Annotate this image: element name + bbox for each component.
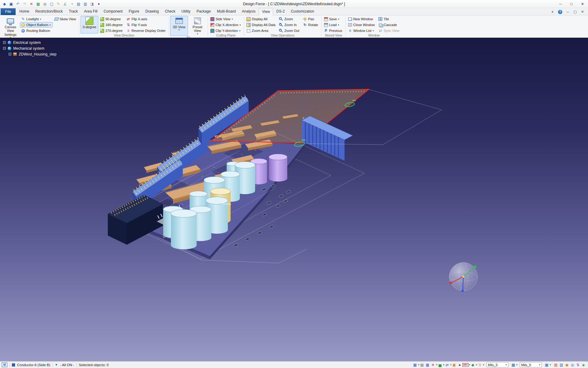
- grid-toggle-icon[interactable]: [3, 47, 6, 50]
- flip-x-axis-button[interactable]: ⇄Flip X-axis: [125, 16, 167, 22]
- 270-degree-button[interactable]: 270-degree: [99, 28, 124, 33]
- chart-icon[interactable]: ▅: [437, 362, 443, 367]
- table-icon[interactable]: ▥: [82, 1, 89, 7]
- skew-view-button[interactable]: Skew View: [53, 16, 78, 22]
- 3d-viewport[interactable]: Vid Vid Analog Electrical systemMechanic…: [0, 38, 588, 361]
- active-layer-label[interactable]: Conductor-6 (Side B): [17, 363, 50, 367]
- stored-view-load-button[interactable]: Load: [323, 22, 344, 28]
- maximize-button[interactable]: □: [566, 0, 577, 8]
- tab-ds-2[interactable]: DS-2: [273, 8, 288, 15]
- pen-icon[interactable]: ✎: [55, 1, 62, 7]
- mdi-restore-button[interactable]: ▢: [572, 9, 578, 14]
- zoom-in-button[interactable]: Zoom In: [278, 22, 301, 28]
- canvas-view-settings-button[interactable]: Canvas View Settings: [2, 16, 19, 40]
- zoom-out-button[interactable]: Zoom Out: [278, 28, 301, 33]
- swap-icon[interactable]: ⇅: [575, 362, 581, 367]
- reverse-display-order-button[interactable]: ≡Reverse Display Order: [125, 28, 167, 33]
- app-menu-icon[interactable]: ◆: [1, 1, 8, 7]
- screen-icon[interactable]: ▣: [451, 362, 457, 367]
- verify-shield-icon[interactable]: ◆: [470, 362, 476, 367]
- help-icon[interactable]: ?: [558, 10, 562, 14]
- sheet-icon[interactable]: ▤: [75, 1, 82, 7]
- disc-icon[interactable]: ●: [457, 362, 462, 367]
- preset-view-button[interactable]: Preset View: [189, 16, 206, 36]
- angle-measure-icon[interactable]: ∠: [62, 1, 68, 7]
- layer-stack-icon[interactable]: ▩: [425, 362, 430, 367]
- 90-degree-button[interactable]: 90-degree: [99, 16, 124, 22]
- clip-x-direction-button[interactable]: Clip X-direction: [209, 22, 243, 28]
- zoom-button[interactable]: Zoom: [278, 16, 301, 22]
- lightning-icon[interactable]: ↯: [477, 362, 483, 367]
- cascade-button[interactable]: Cascade: [377, 22, 401, 28]
- mode-indicator-icon[interactable]: M: [2, 362, 7, 367]
- delete-icon[interactable]: ✕: [28, 1, 35, 7]
- tab-check[interactable]: Check: [162, 8, 178, 15]
- tab-figure[interactable]: Figure: [126, 8, 142, 15]
- grid-select-2[interactable]: Mils_5: [520, 362, 542, 367]
- tab-package[interactable]: Package: [194, 8, 214, 15]
- mdi-minimize-button[interactable]: ─: [565, 9, 571, 14]
- grid-toggle-icon[interactable]: [3, 41, 6, 44]
- tab-restriction-block[interactable]: Restriction/Block: [32, 8, 66, 15]
- 0-degree-button[interactable]: 0-degree: [81, 16, 98, 33]
- mdi-close-button[interactable]: ✕: [579, 9, 586, 14]
- 180-degree-button[interactable]: 180-degree: [99, 22, 124, 28]
- tab-drawing[interactable]: Drawing: [142, 8, 162, 15]
- tab-area-fill[interactable]: Area Fill: [81, 8, 100, 15]
- balloon-toggle-icon[interactable]: ◔: [69, 1, 75, 7]
- axis-z-handle[interactable]: [462, 290, 464, 292]
- tab-home[interactable]: Home: [16, 8, 32, 15]
- canvas-window-icon[interactable]: ▢: [48, 1, 55, 7]
- undo-icon[interactable]: ↶: [15, 1, 21, 7]
- tree-item-zdwest-housing-step[interactable]: ZDWest_Housing_step: [9, 51, 56, 57]
- tab-component[interactable]: Component: [100, 8, 126, 15]
- output-icon[interactable]: ▤: [553, 362, 559, 367]
- rotate-button[interactable]: ↻Rotate: [302, 22, 320, 28]
- report-icon[interactable]: ▤: [419, 362, 425, 367]
- side-view-button[interactable]: Side View: [209, 16, 243, 22]
- filter-status-label[interactable]: - All ON -: [60, 363, 74, 367]
- stored-view-previous-button[interactable]: PPrevious: [323, 28, 344, 33]
- tab-analysis[interactable]: Analysis: [239, 8, 259, 15]
- axis-x-handle[interactable]: [450, 282, 452, 284]
- tab-multi-board[interactable]: Multi-Board: [214, 8, 239, 15]
- tree-item-mechanical-system[interactable]: Mechanical system: [3, 45, 56, 51]
- drc-icon[interactable]: DRC: [462, 363, 469, 367]
- tab-customization[interactable]: Customization: [288, 8, 317, 15]
- axis-y-handle[interactable]: [474, 266, 476, 268]
- 3d-viewport-canvas[interactable]: Vid Vid Analog: [0, 38, 588, 361]
- routing-balloon-button[interactable]: Routing Balloon: [20, 28, 53, 33]
- move-mode-icon[interactable]: ⇄: [444, 362, 450, 367]
- palette-grid-icon[interactable]: ▦: [35, 1, 41, 7]
- window-list-button[interactable]: ≡Window List: [347, 28, 377, 33]
- redo-icon[interactable]: ↷: [21, 1, 28, 7]
- ribbon-collapse-icon[interactable]: ∧: [549, 9, 556, 14]
- grid-style-icon-2[interactable]: ▦: [544, 362, 549, 367]
- stored-view-save-button[interactable]: Save: [323, 16, 344, 22]
- pin-icon[interactable]: ◉: [564, 362, 570, 367]
- tile-button[interactable]: Tile: [377, 16, 401, 22]
- close-window-button[interactable]: Close Window: [347, 22, 377, 28]
- lowlight-button[interactable]: ✎Lowlight: [20, 16, 53, 22]
- grid-toggle-icon[interactable]: [9, 53, 11, 56]
- flip-y-axis-button[interactable]: ⇅Flip Y-axis: [125, 22, 167, 28]
- tab-track[interactable]: Track: [66, 8, 81, 15]
- orientation-ball[interactable]: [449, 263, 477, 292]
- display-mode-icon[interactable]: ▦: [412, 362, 418, 367]
- grid-select-1[interactable]: Mils_5: [486, 362, 508, 367]
- zoom-area-button[interactable]: Zoom Area: [245, 28, 277, 33]
- 3d-view-button[interactable]: 3D View: [170, 16, 188, 36]
- display-all-data-button[interactable]: Display All Data: [245, 22, 277, 28]
- layers-icon[interactable]: ▥: [559, 362, 564, 367]
- clip-y-direction-button[interactable]: Clip Y-direction: [209, 28, 243, 33]
- snap-icon[interactable]: ◈: [581, 362, 586, 367]
- cut-icon[interactable]: ✕: [430, 362, 436, 367]
- tree-item-electrical-system[interactable]: Electrical system: [3, 40, 56, 45]
- qat-customize-icon[interactable]: ▾: [96, 1, 102, 7]
- tab-view[interactable]: View: [259, 8, 273, 15]
- object-balloon-button[interactable]: Object Balloon: [20, 22, 53, 28]
- pan-button[interactable]: Pan: [302, 16, 320, 22]
- tab-utility[interactable]: Utility: [178, 8, 193, 15]
- tab-file[interactable]: File: [1, 8, 16, 15]
- display-all-button[interactable]: Display All: [245, 16, 277, 22]
